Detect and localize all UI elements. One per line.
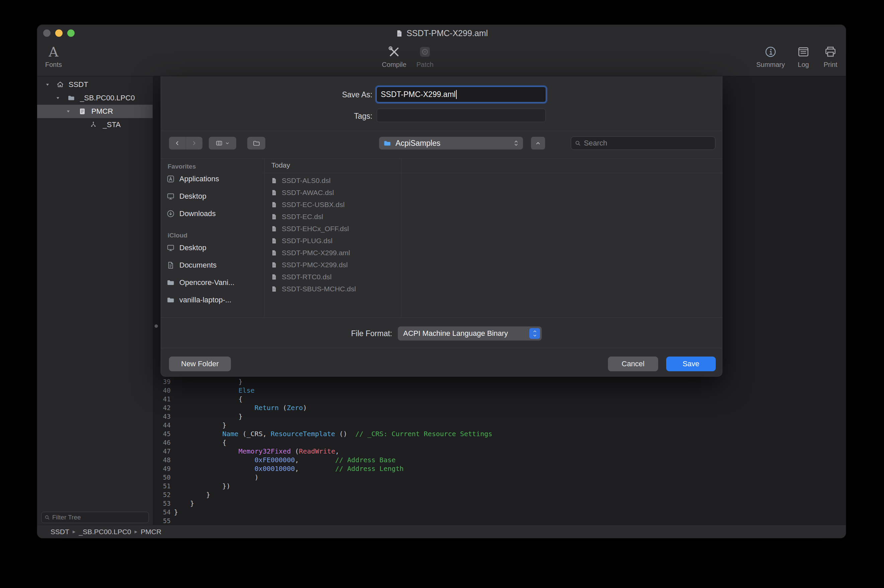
tags-label: Tags:	[161, 112, 372, 121]
breadcrumb-separator: ▸	[135, 528, 138, 535]
toolbar-patch-label: Patch	[416, 61, 433, 69]
file-item-ssdt-pmc-x299-aml: SSDT-PMC-X299.aml	[265, 247, 401, 259]
file-format-popup[interactable]: ACPI Machine Language Binary	[398, 327, 542, 340]
collapse-dialog-button[interactable]	[531, 137, 545, 150]
toolbar-fonts-button[interactable]: A Fonts	[37, 44, 80, 75]
folder-icon	[253, 140, 260, 147]
file-item-label: SSDT-PLUG.dsl	[282, 237, 333, 245]
toolbar-patch-button[interactable]: Patch	[398, 44, 452, 75]
code-line: 41 {	[153, 394, 846, 404]
tree-item-ssdt[interactable]: SSDT	[37, 78, 153, 91]
filter-tree-field[interactable]	[41, 512, 149, 523]
view-mode-button[interactable]	[209, 137, 236, 150]
breadcrumb-item[interactable]: _SB.PC00.LPC0	[79, 528, 131, 536]
desktop-icon	[166, 243, 175, 252]
new-folder-button[interactable]: New Folder	[169, 357, 231, 371]
device-icon	[78, 107, 86, 116]
stepper-chevrons-icon	[513, 140, 519, 147]
place-item-applications[interactable]: Applications	[164, 171, 261, 187]
code-text: }	[174, 377, 243, 386]
place-item-label: Desktop	[179, 192, 206, 201]
folder-icon	[67, 94, 75, 102]
tree-item-sb-pc00-lpc0[interactable]: _SB.PC00.LPC0	[37, 91, 153, 105]
sidebar-resize-handle[interactable]	[155, 324, 158, 328]
search-input[interactable]	[584, 139, 712, 147]
toolbar-print-label: Print	[824, 61, 837, 69]
line-number: 39	[153, 377, 171, 386]
document-icon	[271, 261, 278, 269]
file-item-label: SSDT-EC-USBX.dsl	[282, 201, 345, 209]
place-item-desktop[interactable]: Desktop	[164, 188, 261, 204]
folder-icon	[383, 139, 392, 147]
disclosure-triangle[interactable]	[56, 96, 60, 100]
place-item-opencore-vani[interactable]: Opencore-Vani...	[164, 274, 261, 291]
code-line: 40 Else	[153, 386, 846, 394]
chevron-down-icon	[225, 141, 230, 146]
code-text: }	[174, 412, 243, 421]
method-icon	[89, 121, 98, 129]
file-item-ssdt-ec-dsl: SSDT-EC.dsl	[265, 211, 401, 223]
place-item-label: Documents	[179, 261, 216, 270]
chevron-left-icon	[174, 140, 180, 146]
save-as-field[interactable]: SSDT-PMC-X299.aml	[377, 87, 546, 102]
file-item-ssdt-sbus-mchc-dsl: SSDT-SBUS-MCHC.dsl	[265, 283, 401, 295]
location-popup[interactable]: AcpiSamples	[379, 137, 523, 150]
breadcrumb-item[interactable]: SSDT	[51, 528, 69, 536]
code-text: 0xFE000000, // Address Base	[174, 456, 395, 464]
code-line: 50 )	[153, 473, 846, 482]
file-list: SSDT-ALS0.dslSSDT-AWAC.dslSSDT-EC-USBX.d…	[265, 175, 401, 295]
tags-field[interactable]	[377, 109, 546, 122]
search-icon	[44, 514, 50, 520]
tree-item-pmcr[interactable]: PMCR	[37, 105, 153, 118]
code-line: 43 }	[153, 412, 846, 421]
cancel-button[interactable]: Cancel	[608, 357, 658, 371]
code-text: Return (Zero)	[174, 404, 307, 412]
close-button[interactable]	[43, 29, 51, 37]
save-as-value: SSDT-PMC-X299.aml	[381, 90, 456, 99]
place-item-desktop[interactable]: Desktop	[164, 240, 261, 256]
disclosure-triangle[interactable]	[45, 82, 50, 87]
divider	[401, 159, 402, 317]
applications-icon	[166, 175, 175, 183]
tree-item-sta[interactable]: _STA	[37, 118, 153, 132]
save-button[interactable]: Save	[666, 357, 716, 371]
home-icon	[56, 81, 64, 88]
folder-action-button[interactable]	[247, 137, 265, 150]
code-line: 55	[153, 516, 846, 525]
code-text: )	[174, 473, 259, 482]
document-icon	[271, 213, 278, 221]
chevron-up-icon	[535, 141, 541, 146]
code-text: {	[174, 394, 243, 404]
folder-icon	[166, 296, 175, 304]
minimize-button[interactable]	[55, 29, 63, 37]
line-number: 45	[153, 429, 171, 438]
document-icon	[271, 201, 278, 209]
print-icon	[824, 44, 837, 60]
code-line: 49 0x00010000, // Address Length	[153, 464, 846, 473]
filter-tree-input[interactable]	[52, 514, 146, 521]
documents-icon	[166, 261, 175, 270]
file-item-label: SSDT-SBUS-MCHC.dsl	[282, 285, 356, 293]
text-caret	[456, 90, 457, 99]
toolbar-print-button[interactable]: Print	[804, 44, 846, 75]
status-bar: SSDT▸_SB.PC00.LPC0▸PMCR	[37, 525, 846, 538]
document-icon	[395, 29, 403, 38]
line-number: 43	[153, 412, 171, 421]
window-title: SSDT-PMC-X299.aml	[407, 28, 488, 38]
desktop-icon	[166, 192, 175, 201]
folder-icon	[166, 278, 175, 287]
code-line: 48 0xFE000000, // Address Base	[153, 456, 846, 464]
place-item-downloads[interactable]: Downloads	[164, 206, 261, 222]
save-as-label: Save As:	[161, 90, 372, 99]
file-item-ssdt-awac-dsl: SSDT-AWAC.dsl	[265, 187, 401, 199]
back-button[interactable]	[169, 137, 186, 150]
search-field[interactable]	[571, 136, 715, 150]
disclosure-triangle[interactable]	[66, 109, 71, 114]
place-item-documents[interactable]: Documents	[164, 257, 261, 273]
place-item-vanilla-laptop[interactable]: vanilla-laptop-...	[164, 292, 261, 308]
zoom-button[interactable]	[67, 29, 75, 37]
file-item-label: SSDT-AWAC.dsl	[282, 189, 334, 196]
breadcrumb-item[interactable]: PMCR	[141, 528, 162, 536]
code-text: }	[174, 421, 227, 429]
forward-button[interactable]	[186, 137, 203, 150]
